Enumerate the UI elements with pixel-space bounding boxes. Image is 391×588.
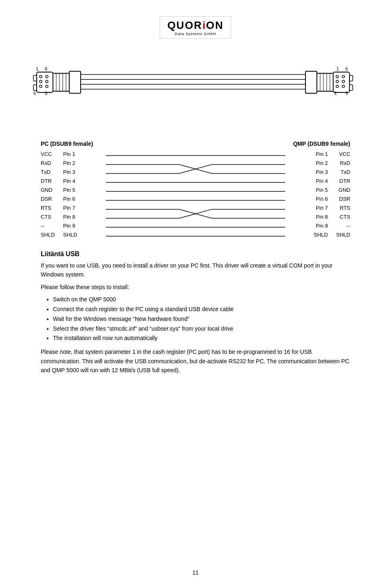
pc-label: PC (DSUB9 female) <box>41 140 114 147</box>
qmp-label: QMP (DSUB9 female) <box>277 140 350 147</box>
paragraph-3: Please note, that system parameter 1 in … <box>41 347 350 375</box>
logo-subtitle: Data Systems GmbH <box>167 32 224 36</box>
svg-rect-29 <box>333 72 349 92</box>
svg-rect-11 <box>33 75 37 81</box>
qmp-pin-row: Pin 3TxD <box>297 167 350 176</box>
bullet-item: Select the driver files “stmcdc.inf” and… <box>53 324 350 334</box>
qmp-pin-row: Pin 7RTS <box>297 203 350 212</box>
paragraph-2: Please follow these steps to install: <box>41 283 350 292</box>
pc-pin-row: RTSPin 7 <box>41 203 94 212</box>
crossover-svg <box>106 151 285 241</box>
svg-point-31 <box>342 75 345 78</box>
pc-pin-row: CTSPin 8 <box>41 212 94 221</box>
section-heading: Liitäntä USB <box>41 250 350 258</box>
svg-point-34 <box>336 85 338 88</box>
pc-pin-row: DTRPin 4 <box>41 176 94 185</box>
paragraph-1: If you want to use USB, you need to inst… <box>41 261 350 279</box>
svg-point-8 <box>46 80 48 83</box>
connector-diagram: 1 6 5 9 <box>24 51 367 132</box>
svg-rect-12 <box>33 85 37 90</box>
svg-text:6: 6 <box>45 66 47 71</box>
svg-point-32 <box>336 80 338 83</box>
svg-rect-23 <box>305 71 317 93</box>
pc-pins-col: VCCPin 1RxDPin 2TxDPin 3DTRPin 4GNDPin 5… <box>41 149 94 239</box>
qmp-pin-row: Pin 9-- <box>297 221 350 230</box>
svg-text:5: 5 <box>33 91 36 96</box>
bullet-list: Switch on the QMP 5000Connect the cash r… <box>53 295 350 343</box>
main-content: PC (DSUB9 female) QMP (DSUB9 female) VCC… <box>24 140 367 375</box>
svg-text:1: 1 <box>36 66 38 71</box>
svg-text:5: 5 <box>334 91 336 96</box>
crossover-lines <box>94 149 297 241</box>
svg-point-7 <box>40 80 42 83</box>
svg-rect-24 <box>317 73 333 91</box>
svg-text:9: 9 <box>45 91 47 96</box>
svg-rect-37 <box>349 85 353 90</box>
logo-red-i: i <box>202 19 206 31</box>
qmp-pin-row: Pin 5GND <box>297 185 350 194</box>
bullet-item: Switch on the QMP 5000 <box>53 295 350 305</box>
svg-point-33 <box>342 80 345 83</box>
svg-point-30 <box>336 75 338 78</box>
svg-point-6 <box>46 75 48 78</box>
svg-text:6: 6 <box>345 66 348 71</box>
qmp-pin-row: Pin 6DSR <box>297 194 350 203</box>
pc-pin-row: DSRPin 6 <box>41 194 94 203</box>
bullet-item: The installation will now run automatica… <box>53 333 350 343</box>
svg-text:1: 1 <box>336 66 339 71</box>
svg-point-10 <box>46 85 48 88</box>
svg-rect-13 <box>53 73 69 91</box>
svg-point-35 <box>342 85 345 88</box>
logo-text: QUORiON <box>167 19 224 32</box>
svg-text:9: 9 <box>345 91 348 96</box>
logo-area: QUORiON Data Systems GmbH <box>24 16 367 39</box>
svg-rect-18 <box>69 71 81 93</box>
qmp-pin-row: SHLDSHLD <box>297 230 350 239</box>
qmp-pin-row: Pin 8CTS <box>297 212 350 221</box>
wiring-diagram-svg: 1 6 5 9 <box>24 51 367 132</box>
pc-pin-row: GNDPin 5 <box>41 185 94 194</box>
qmp-pin-row: Pin 4DTR <box>297 176 350 185</box>
pc-pin-row: RxDPin 2 <box>41 158 94 167</box>
pc-pin-row: SHLDSHLD <box>41 230 94 239</box>
svg-rect-36 <box>349 75 353 81</box>
bullet-item: Wait for the Windows message “New hardwa… <box>53 314 350 324</box>
page-number: 11 <box>192 569 199 576</box>
qmp-pins-col: Pin 1VCCPin 2RxDPin 3TxDPin 4DTRPin 5GND… <box>297 149 350 239</box>
bullet-item: Connect the cash register to the PC usin… <box>53 305 350 314</box>
pc-pin-row: VCCPin 1 <box>41 149 94 158</box>
qmp-pin-row: Pin 1VCC <box>297 149 350 158</box>
logo-box: QUORiON Data Systems GmbH <box>160 16 231 39</box>
pc-pin-row: TxDPin 3 <box>41 167 94 176</box>
svg-point-5 <box>40 75 42 78</box>
svg-rect-4 <box>37 72 53 92</box>
pc-pin-row: --Pin 9 <box>41 221 94 230</box>
svg-point-9 <box>40 85 42 88</box>
qmp-pin-row: Pin 2RxD <box>297 158 350 167</box>
